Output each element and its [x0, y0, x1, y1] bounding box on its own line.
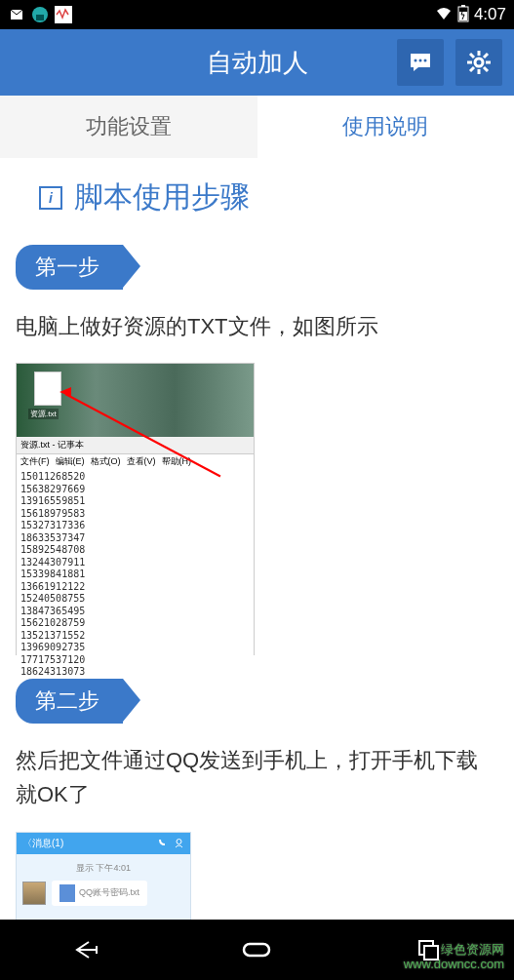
wifi-icon — [435, 6, 453, 24]
status-time: 4:07 — [474, 5, 506, 24]
step1-badge: 第一步 — [16, 245, 123, 290]
svg-point-7 — [415, 59, 417, 62]
battery-icon — [457, 5, 469, 25]
content-area: i 脚本使用步骤 第一步 电脑上做好资源的TXT文件，如图所示 资源.txt 资… — [0, 158, 514, 920]
svg-rect-2 — [36, 15, 44, 20]
svg-rect-5 — [461, 5, 465, 7]
step1-text: 电脑上做好资源的TXT文件，如图所示 — [16, 309, 498, 343]
app-icon-1 — [31, 6, 49, 23]
tab-instructions[interactable]: 使用说明 — [257, 96, 515, 158]
svg-line-17 — [470, 67, 474, 71]
svg-point-9 — [424, 59, 427, 62]
step2-screenshot: 〈消息(1) 显示 下午4:01 QQ账号密码.txt — [16, 832, 191, 920]
chat-button[interactable] — [397, 39, 444, 86]
qq-avatar — [22, 882, 46, 905]
notepad-content: 15011268520 15638297669 13916559851 1561… — [17, 469, 254, 681]
qq-file-bubble: QQ账号密码.txt — [52, 881, 147, 906]
svg-line-18 — [484, 54, 488, 58]
back-button[interactable] — [61, 930, 110, 969]
app-bar: 自动加人 — [0, 29, 514, 96]
home-button[interactable] — [232, 930, 281, 969]
info-icon: i — [39, 186, 62, 210]
step2-text: 然后把文件通过QQ发送到手机上，打开手机下载就OK了 — [16, 743, 498, 811]
step2-badge: 第二步 — [16, 679, 123, 724]
section-title: 脚本使用步骤 — [74, 177, 250, 217]
tab-settings[interactable]: 功能设置 — [0, 96, 257, 158]
section-title-row: i 脚本使用步骤 — [39, 177, 498, 217]
app-icon-2 — [55, 6, 72, 23]
svg-point-10 — [475, 59, 483, 66]
svg-rect-20 — [244, 944, 269, 956]
svg-line-15 — [470, 54, 474, 58]
tab-bar: 功能设置 使用说明 — [0, 96, 514, 158]
svg-line-16 — [484, 67, 488, 71]
svg-point-8 — [419, 59, 422, 62]
step1-screenshot: 资源.txt 资源.txt - 记事本 文件(F) 编辑(E) 格式(O) 查看… — [16, 363, 255, 655]
watermark: 绿色资源网 www.downcc.com — [404, 942, 504, 972]
status-bar: 4:07 — [0, 0, 514, 29]
svg-point-19 — [177, 840, 181, 844]
settings-button[interactable] — [455, 39, 502, 86]
notification-icon — [8, 6, 25, 23]
app-title: 自动加人 — [117, 46, 397, 80]
